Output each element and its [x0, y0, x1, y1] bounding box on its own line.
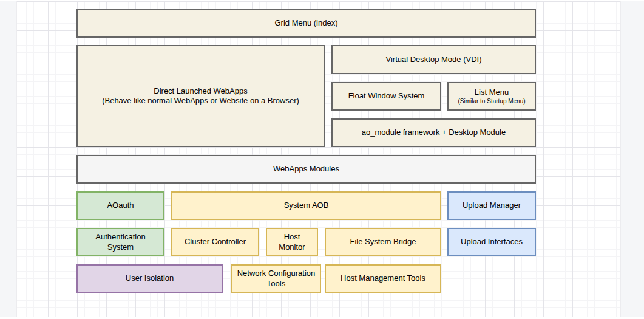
- shape-network-configuration-tools: Network Configuration Tools: [231, 264, 321, 293]
- shape-host-management-tools: Host Management Tools: [325, 264, 441, 293]
- canvas-gutter-right: [620, 1, 644, 317]
- shape-system-aob: System AOB: [171, 191, 441, 220]
- shape-ao-module-framework: ao_module framework + Desktop Module: [331, 118, 536, 147]
- shape-cluster-controller-label: Cluster Controller: [185, 237, 246, 247]
- shape-upload-manager-label: Upload Manager: [463, 201, 521, 210]
- shape-user-isolation: User Isolation: [76, 264, 223, 293]
- shape-authentication-system: Authentication System: [76, 228, 164, 256]
- shape-aoauth-label: AOauth: [107, 201, 134, 210]
- shape-ao-module-framework-label: ao_module framework + Desktop Module: [362, 128, 506, 137]
- shape-system-aob-label: System AOB: [284, 201, 329, 210]
- shape-aoauth: AOauth: [76, 191, 164, 220]
- shape-list-menu: List Menu (Similar to Startup Menu): [447, 82, 536, 111]
- shape-direct-launched-webapps: Direct Launched WebApps (Behave like nor…: [76, 45, 325, 147]
- shape-grid-menu-label: Grid Menu (index): [274, 18, 337, 28]
- shape-list-menu-subtitle: (Similar to Startup Menu): [458, 97, 525, 105]
- shape-grid-menu: Grid Menu (index): [76, 9, 536, 38]
- shape-virtual-desktop-mode-label: Virtual Desktop Mode (VDI): [386, 55, 482, 64]
- shape-host-monitor: Host Monitor: [266, 228, 318, 256]
- shape-upload-interfaces: Upload Interfaces: [447, 228, 536, 256]
- shape-file-system-bridge-label: File System Bridge: [350, 237, 416, 247]
- shape-upload-manager: Upload Manager: [447, 191, 536, 220]
- shape-user-isolation-label: User Isolation: [126, 273, 174, 283]
- shape-authentication-system-label: Authentication System: [81, 232, 160, 252]
- shape-cluster-controller: Cluster Controller: [171, 228, 259, 256]
- shape-direct-launched-webapps-line1: Direct Launched WebApps: [154, 86, 247, 96]
- shape-float-window-system-label: Float Window System: [348, 91, 425, 101]
- shape-direct-launched-webapps-line2: (Behave like normal WebApps or Website o…: [102, 96, 299, 106]
- shape-host-monitor-label: Host Monitor: [271, 232, 313, 252]
- shape-host-management-tools-label: Host Management Tools: [341, 273, 425, 283]
- shape-webapps-modules: WebApps Modules: [76, 155, 536, 184]
- shape-upload-interfaces-label: Upload Interfaces: [461, 237, 523, 247]
- shape-virtual-desktop-mode: Virtual Desktop Mode (VDI): [331, 45, 536, 74]
- diagram-canvas: Grid Menu (index) Direct Launched WebApp…: [0, 0, 644, 319]
- shape-list-menu-title: List Menu: [475, 87, 509, 97]
- canvas-gutter-left: [0, 1, 17, 317]
- shape-file-system-bridge: File System Bridge: [325, 228, 441, 256]
- shape-float-window-system: Float Window System: [331, 82, 441, 111]
- shape-webapps-modules-label: WebApps Modules: [273, 164, 339, 174]
- shape-network-configuration-tools-label: Network Configuration Tools: [236, 269, 316, 289]
